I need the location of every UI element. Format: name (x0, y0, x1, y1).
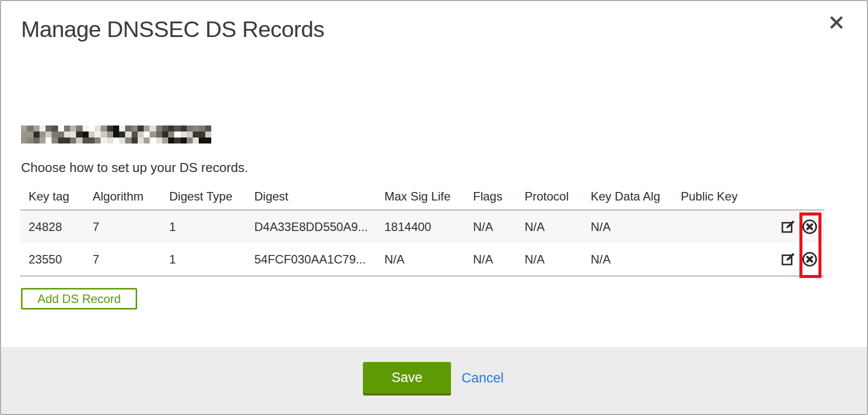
instruction-text: Choose how to set up your DS records. (21, 160, 248, 176)
redacted-pixel (58, 132, 64, 138)
redacted-pixel (199, 132, 205, 138)
column-header-digest: Digest (246, 183, 376, 210)
redacted-pixel (125, 138, 131, 144)
redacted-pixel (95, 126, 101, 132)
redacted-pixel (70, 132, 76, 138)
cell-digest: D4A33E8DD550A9... (246, 210, 376, 243)
redacted-pixel (46, 138, 52, 144)
column-header-key-tag: Key tag (20, 183, 84, 210)
cell-actions (750, 243, 824, 276)
redacted-pixel (21, 126, 27, 132)
cell-actions (750, 210, 824, 243)
redacted-pixel (205, 126, 211, 132)
save-button[interactable]: Save (363, 362, 451, 396)
add-ds-record-button[interactable]: Add DS Record (21, 288, 137, 310)
redacted-pixel (113, 138, 119, 144)
redacted-pixel (113, 126, 119, 132)
cell-public-key (672, 243, 750, 276)
cell-digest: 54FCF030AA1C79... (246, 243, 376, 276)
redacted-pixel (76, 126, 82, 132)
table-row: 23550 7 1 54FCF030AA1C79... N/A N/A N/A … (20, 243, 824, 276)
redacted-pixel (89, 138, 95, 144)
redacted-pixel (101, 126, 107, 132)
redacted-pixel (27, 132, 33, 138)
column-header-digest-type: Digest Type (161, 183, 246, 210)
redacted-pixel (205, 138, 211, 144)
table-header-row: Key tag Algorithm Digest Type Digest Max… (20, 183, 824, 210)
redacted-pixel (168, 138, 174, 144)
column-header-algorithm: Algorithm (84, 183, 161, 210)
redacted-pixel (187, 132, 193, 138)
table-row: 24828 7 1 D4A33E8DD550A9... 1814400 N/A … (20, 210, 824, 243)
redacted-pixel (174, 132, 180, 138)
redacted-pixel (89, 132, 95, 138)
delete-record-button[interactable] (802, 252, 817, 267)
redacted-pixel (193, 126, 199, 132)
redacted-pixel (132, 126, 138, 132)
redacted-pixel (150, 138, 156, 144)
dialog-footer: Save Cancel (1, 347, 867, 414)
redacted-pixel (119, 132, 125, 138)
redacted-pixel (83, 132, 89, 138)
delete-x-circle-icon (802, 219, 817, 234)
redacted-pixel (70, 126, 76, 132)
page-title: Manage DNSSEC DS Records (21, 17, 324, 42)
redacted-pixel (101, 138, 107, 144)
redacted-pixel (125, 132, 131, 138)
redacted-pixel (181, 132, 187, 138)
close-button[interactable] (829, 15, 844, 30)
redacted-pixel (119, 138, 125, 144)
redacted-pixel (205, 132, 211, 138)
redacted-pixel (174, 138, 180, 144)
redacted-pixel (138, 126, 144, 132)
redacted-pixel (168, 126, 174, 132)
redacted-pixel (52, 132, 58, 138)
ds-records-table: Key tag Algorithm Digest Type Digest Max… (20, 183, 824, 276)
column-header-key-data-alg: Key Data Alg (582, 183, 672, 210)
redacted-pixel (58, 126, 64, 132)
cell-key-data-alg: N/A (582, 210, 672, 243)
redacted-pixel (95, 132, 101, 138)
redacted-pixel (83, 126, 89, 132)
column-header-max-sig-life: Max Sig Life (376, 183, 465, 210)
redacted-pixel (162, 138, 168, 144)
redacted-pixel (64, 138, 70, 144)
edit-pencil-icon (781, 252, 795, 266)
redacted-pixel (187, 138, 193, 144)
redacted-pixel (107, 138, 113, 144)
redacted-pixel (58, 138, 64, 144)
edit-record-button[interactable] (781, 220, 795, 234)
edit-pencil-icon (781, 220, 795, 234)
redacted-pixel (70, 138, 76, 144)
redacted-pixel (52, 126, 58, 132)
redacted-pixel (193, 138, 199, 144)
redacted-pixel (64, 132, 70, 138)
redacted-pixel (132, 132, 138, 138)
delete-record-button[interactable] (802, 219, 817, 234)
delete-x-circle-icon (802, 252, 817, 267)
redacted-pixel (27, 126, 33, 132)
redacted-pixel (34, 138, 40, 144)
redacted-pixel (138, 132, 144, 138)
redacted-pixel (95, 138, 101, 144)
redacted-pixel (76, 138, 82, 144)
cell-max-sig-life: 1814400 (376, 210, 465, 243)
redacted-pixel (34, 132, 40, 138)
column-header-public-key: Public Key (672, 183, 750, 210)
redacted-pixel (40, 126, 46, 132)
cell-flags: N/A (465, 210, 516, 243)
redacted-pixel (144, 138, 150, 144)
redacted-pixel (199, 126, 205, 132)
redacted-pixel (89, 126, 95, 132)
redacted-pixel (199, 138, 205, 144)
redacted-pixel (138, 138, 144, 144)
edit-record-button[interactable] (781, 252, 795, 266)
redacted-pixel (46, 132, 52, 138)
cell-max-sig-life: N/A (376, 243, 465, 276)
redacted-pixel (21, 132, 27, 138)
redacted-pixel (132, 138, 138, 144)
redacted-pixel (34, 126, 40, 132)
redacted-pixel (40, 138, 46, 144)
cancel-link[interactable]: Cancel (462, 362, 504, 396)
cell-flags: N/A (465, 243, 516, 276)
